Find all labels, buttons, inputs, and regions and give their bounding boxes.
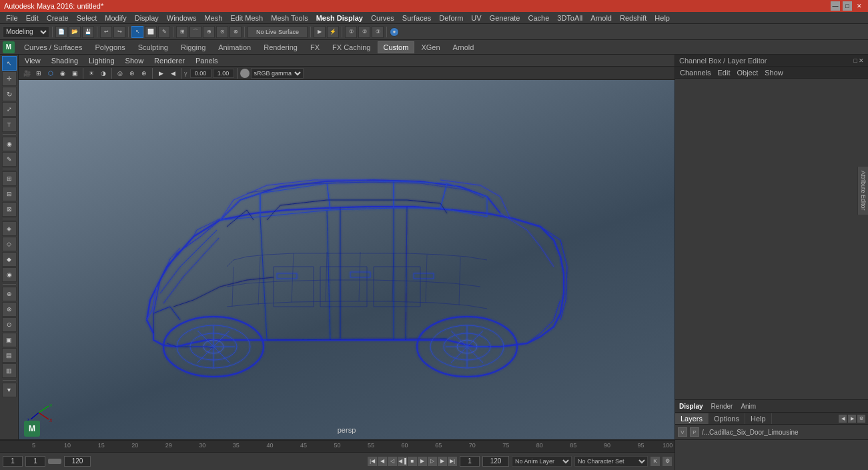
play-back-btn[interactable]: ◀▐ <box>398 457 407 466</box>
attribute-editor-tab[interactable]: Attribute Editor <box>857 167 868 215</box>
menu-edit-mesh[interactable]: Edit Mesh <box>227 13 266 23</box>
display-smooth-btn[interactable]: ① <box>345 26 357 38</box>
layer-settings-btn[interactable]: ⚙ <box>857 415 865 423</box>
layers-tab[interactable]: Layers <box>675 413 709 424</box>
select-tool[interactable]: ↖ <box>2 56 17 71</box>
snap-curve-btn[interactable]: ⌒ <box>189 26 201 38</box>
menu-arnold[interactable]: Arnold <box>587 13 615 23</box>
tab-rigging[interactable]: Rigging <box>175 41 211 53</box>
snap-to-point[interactable]: ⊠ <box>2 202 17 217</box>
menu-select[interactable]: Select <box>73 13 101 23</box>
window-controls[interactable]: — □ ✕ <box>831 1 864 11</box>
vp-light1-btn[interactable]: ☀ <box>86 68 97 79</box>
edit-menu-ch[interactable]: Edit <box>715 69 732 77</box>
options-tab[interactable]: Options <box>709 413 745 424</box>
tool-extra-4[interactable]: ▣ <box>2 333 17 347</box>
snap-to-grids[interactable]: ⊞ <box>2 171 17 186</box>
tab-arnold[interactable]: Arnold <box>447 41 480 53</box>
menu-cache[interactable]: Cache <box>524 13 552 23</box>
vp-hide-btn[interactable]: ◀ <box>167 68 178 79</box>
prev-key-btn[interactable]: ◁ <box>388 457 397 466</box>
menu-surfaces[interactable]: Surfaces <box>399 13 434 23</box>
next-frame-btn[interactable]: ▶ <box>438 457 447 466</box>
panel-float-btn[interactable]: □ <box>854 57 857 64</box>
tab-xgen[interactable]: XGen <box>415 41 446 53</box>
menu-generate[interactable]: Generate <box>486 13 524 23</box>
go-end-btn[interactable]: ▶| <box>448 457 457 466</box>
anim-layer-select[interactable]: No Anim Layer <box>512 456 572 467</box>
ipr-btn[interactable]: ⚡ <box>327 26 339 38</box>
exposure-input[interactable] <box>213 69 234 78</box>
menu-mesh-tools[interactable]: Mesh Tools <box>268 13 311 23</box>
extra-tool-1[interactable]: ◉ <box>2 267 17 282</box>
menu-mesh-display[interactable]: Mesh Display <box>313 13 366 23</box>
close-btn[interactable]: ✕ <box>855 1 864 11</box>
range-start-input[interactable] <box>460 456 480 467</box>
tab-fx[interactable]: FX <box>304 41 326 53</box>
menu-deform[interactable]: Deform <box>436 13 466 23</box>
render-tab[interactable]: Render <box>707 402 737 411</box>
display-tab[interactable]: Display <box>675 402 707 411</box>
snap-to-curve[interactable]: ⊟ <box>2 187 17 201</box>
display-layer-btn[interactable]: ◈ <box>2 221 17 236</box>
vp-camera-btn[interactable]: 🎥 <box>21 68 32 79</box>
tool-extra-6[interactable]: ▥ <box>2 363 17 378</box>
range-bar[interactable] <box>48 459 61 464</box>
maximize-btn[interactable]: □ <box>843 1 852 11</box>
current-frame-input[interactable] <box>25 456 45 467</box>
help-tab[interactable]: Help <box>745 413 772 424</box>
tool-extra-5[interactable]: ▤ <box>2 348 17 363</box>
isolate-btn[interactable]: ● <box>390 27 399 37</box>
show-menu-ch[interactable]: Show <box>763 69 785 77</box>
tab-curves-surfaces[interactable]: Curves / Surfaces <box>18 41 88 53</box>
show-menu[interactable]: Show <box>122 56 147 65</box>
snap-grid-btn[interactable]: ⊞ <box>176 26 188 38</box>
lasso-tool-btn[interactable]: ⬜ <box>145 26 157 38</box>
vp-textured-btn[interactable]: ▣ <box>69 68 80 79</box>
anim-layer-btn[interactable]: ◆ <box>2 252 17 267</box>
layer-playback-toggle[interactable]: P <box>690 427 699 437</box>
color-icon[interactable] <box>240 69 250 78</box>
vp-grid-btn[interactable]: ⊞ <box>33 68 44 79</box>
anim-tab[interactable]: Anim <box>737 402 760 411</box>
next-key-btn[interactable]: ▷ <box>428 457 437 466</box>
menu-3dtoall[interactable]: 3DToAll <box>554 13 586 23</box>
menu-uv[interactable]: UV <box>468 13 484 23</box>
range-end-input[interactable] <box>482 456 509 467</box>
renderer-menu[interactable]: Renderer <box>151 56 188 65</box>
menu-edit[interactable]: Edit <box>23 13 42 23</box>
end-frame-input[interactable] <box>64 456 91 467</box>
vp-show-btn[interactable]: ▶ <box>155 68 166 79</box>
rotate-tool[interactable]: ↻ <box>2 87 17 101</box>
shading-menu[interactable]: Shading <box>48 56 81 65</box>
tab-sculpting[interactable]: Sculpting <box>132 41 174 53</box>
tab-custom[interactable]: Custom <box>378 41 415 53</box>
gamma-input[interactable] <box>190 69 211 78</box>
prev-frame-btn[interactable]: ◀ <box>378 457 387 466</box>
tool-shelf[interactable]: ⊕ <box>2 287 17 301</box>
object-menu[interactable]: Object <box>735 69 760 77</box>
workflow-selector[interactable]: Modeling <box>3 26 49 38</box>
maya-icon[interactable]: M <box>3 41 15 53</box>
panels-menu[interactable]: Panels <box>192 56 222 65</box>
stop-btn[interactable]: ■ <box>408 457 417 466</box>
vp-cull-btn[interactable]: ⊛ <box>127 68 137 79</box>
colorspace-select[interactable]: sRGB gamma <box>251 68 304 79</box>
soft-select-tool[interactable]: ◉ <box>2 137 17 151</box>
render-btn[interactable]: ▶ <box>314 26 326 38</box>
play-fwd-btn[interactable]: ▶ <box>418 457 427 466</box>
autokey-btn[interactable]: K <box>650 457 660 466</box>
vp-isolate-btn[interactable]: ⊕ <box>139 68 149 79</box>
prefs-btn[interactable]: ⚙ <box>663 457 672 466</box>
select-tool-btn[interactable]: ↖ <box>131 26 143 38</box>
timeline-numbers[interactable]: 5 10 15 20 29 30 35 40 45 50 55 60 65 70… <box>0 441 675 452</box>
paint-tool-btn[interactable]: ✎ <box>158 26 170 38</box>
new-btn[interactable]: 📄 <box>55 26 67 38</box>
tab-animation[interactable]: Animation <box>212 41 257 53</box>
layer-item[interactable]: V P /...Cadillac_Six_Door_Limousine <box>675 426 868 438</box>
menu-modify[interactable]: Modify <box>101 13 129 23</box>
no-live-btn[interactable]: No Live Surface <box>248 26 308 38</box>
tool-extra-2[interactable]: ⊗ <box>2 302 17 317</box>
menu-create[interactable]: Create <box>43 13 72 23</box>
layer-vis-toggle[interactable]: V <box>678 427 687 437</box>
